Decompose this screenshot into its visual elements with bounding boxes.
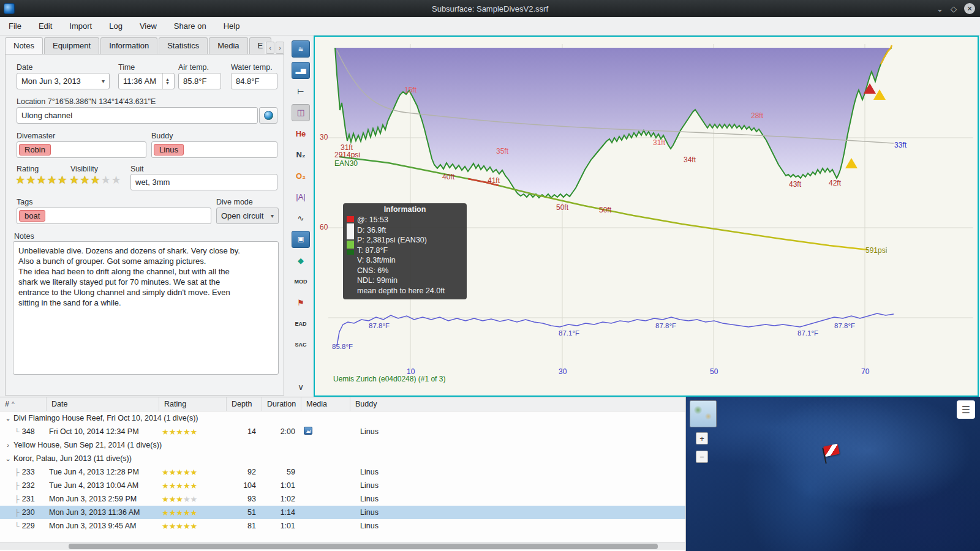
spin-down-icon[interactable]: ▼ [165,81,170,85]
dive-computer-source: Uemis Zurich (e04d0248) (#1 of 3) [333,375,445,383]
dive-list: #^ Date Rating Depth Duration Media Budd… [0,397,686,551]
dive-row[interactable]: └229 Mon Jun 3, 2013 9:45 AM ★★★★★ 81 1:… [0,519,685,533]
dive-flag-icon [823,444,840,457]
col-date[interactable]: Date [47,397,159,411]
zoom-out-button[interactable]: − [696,451,708,463]
temp-label: 85.8°F [332,343,353,350]
air-temp-field[interactable]: 85.8°F [178,73,221,89]
dive-site-map[interactable]: + − ☰ [686,397,980,551]
tooltip-row: NDL: 99min [357,276,445,286]
time-stepper[interactable]: 11:36 AM ▲ ▼ [118,73,175,89]
expand-chevron-icon[interactable]: ⌄ [4,455,12,463]
buddy-tag[interactable]: Linus [154,144,184,156]
trip-row[interactable]: ⌄ Koror, Palau, Jun 2013 (11 dive(s)) [0,452,685,465]
sensor-icon[interactable]: ⚑ [292,294,310,311]
tree-branch: └ [15,428,20,435]
dive-row[interactable]: ├231 Mon Jun 3, 2013 2:59 PM ★★★★★ 93 1:… [0,492,685,506]
sac-icon[interactable]: SAC [292,336,310,353]
col-buddy[interactable]: Buddy [350,397,685,411]
tab-scroll-left-icon[interactable]: ‹ [266,42,274,54]
dive-duration: 59 [262,468,301,476]
maximize-icon[interactable]: ◇ [951,5,957,13]
dive-row[interactable]: ├233 Tue Jun 4, 2013 12:28 PM ★★★★★ 92 5… [0,465,685,479]
depth-graph-icon[interactable]: ▂▅ [292,62,310,79]
tab-information[interactable]: Information [100,37,157,54]
menu-help[interactable]: Help [224,21,240,31]
titlebar: Subsurface: SampleDivesV2.ssrf ⌄ ◇ ✕ [0,0,980,17]
tree-branch: ├ [15,509,20,516]
dive-number: 229 [22,522,35,530]
divemaster-input[interactable]: Robin [17,141,146,158]
divemaster-tag[interactable]: Robin [19,144,51,156]
dive-mode-select[interactable]: Open circuit ▾ [216,208,279,224]
photos-icon[interactable]: ▣ [292,231,310,248]
zoom-in-button[interactable]: + [696,432,708,444]
col-depth[interactable]: Depth [227,397,262,411]
trip-row[interactable]: › Yellow House, Sun Sep 21, 2014 (1 dive… [0,438,685,452]
n2-graph-icon[interactable]: N₂ [292,146,310,163]
menu-file[interactable]: File [9,21,21,31]
x-tick-30: 30 [559,367,567,376]
mod-icon[interactable]: MOD [292,273,310,290]
o2-graph-icon[interactable]: O₂ [292,167,310,184]
horizontal-scrollbar[interactable] [0,542,685,550]
expand-chevron-icon[interactable]: › [4,441,12,449]
heartrate-icon[interactable]: ∿ [292,209,310,227]
menu-share-on[interactable]: Share on [174,21,206,31]
dive-date: Mon Jun 3, 2013 9:45 AM [47,522,159,530]
menu-log[interactable]: Log [109,21,123,31]
tag-boat[interactable]: boat [19,210,45,222]
tab-scroll-right-icon[interactable]: › [276,42,284,54]
ceiling-icon[interactable]: ◫ [292,104,310,121]
col-number[interactable]: #^ [0,397,47,411]
ruler-icon[interactable]: ⊢ [292,83,310,100]
suit-input[interactable]: wet, 3mm [130,174,277,190]
dive-computer-icon[interactable]: ≋ [292,40,310,58]
gas-icon[interactable]: ◆ [292,252,310,269]
map-menu-icon[interactable]: ☰ [957,400,975,419]
tags-input[interactable]: boat [17,208,211,224]
dive-row-selected[interactable]: ├230 Mon Jun 3, 2013 11:36 AM ★★★★★ 51 1… [0,506,685,519]
buddy-input[interactable]: Linus [151,141,277,158]
menu-edit[interactable]: Edit [39,21,52,31]
col-rating[interactable]: Rating [159,397,227,411]
trip-row[interactable]: ⌄ Divi Flamingo House Reef, Fri Oct 10, … [0,411,685,425]
air-temp-label: Air temp. [178,63,209,72]
depth-annotation: 34ft [684,156,696,164]
tree-branch: ├ [15,468,20,476]
dive-row[interactable]: ├232 Tue Jun 4, 2013 10:04 AM ★★★★★ 104 … [0,479,685,492]
rating-stars[interactable]: ★★★★★ [15,173,68,187]
toolbar-collapse-icon[interactable]: ∨ [298,382,304,392]
water-temp-field[interactable]: 84.8°F [231,73,277,89]
location-globe-button[interactable] [259,107,277,124]
date-select[interactable]: Mon Jun 3, 2013 ▾ [17,73,110,89]
dive-profile-chart[interactable]: 30 60 10 30 50 70 31ft 15ft 40ft 35ft 41… [314,36,979,397]
tab-equipment[interactable]: Equipment [44,37,99,54]
close-icon[interactable]: ✕ [964,3,975,14]
expand-chevron-icon[interactable]: ⌄ [4,414,12,422]
setpoint-icon[interactable]: |A| [292,189,310,206]
dive-row[interactable]: └348 Fri Oct 10, 2014 12:34 PM ★★★★★ 14 … [0,425,685,438]
dive-number: 231 [22,495,35,503]
menu-import[interactable]: Import [69,21,92,31]
menu-view[interactable]: View [140,21,157,31]
minimize-icon[interactable]: ⌄ [937,5,943,13]
visibility-stars[interactable]: ★★★★★ [69,173,122,187]
tooltip-row: CNS: 6% [357,266,445,276]
dive-media [301,427,350,437]
he-graph-icon[interactable]: He [292,125,310,142]
col-media[interactable]: Media [301,397,350,411]
ead-icon[interactable]: EAD [292,315,310,332]
tab-statistics[interactable]: Statistics [159,37,208,54]
depth-annotation: 40ft [442,173,454,181]
dive-duration: 1:02 [262,495,301,503]
tab-media[interactable]: Media [209,37,247,54]
trip-label: Divi Flamingo House Reef, Fri Oct 10, 20… [13,414,198,422]
location-input[interactable]: Ulong channel [17,107,258,124]
media-icon[interactable] [304,427,312,435]
notes-textarea[interactable]: Unbelievable dive. Dozens and dozens of … [13,241,279,375]
col-duration[interactable]: Duration [262,397,301,411]
tab-notes[interactable]: Notes [5,37,43,54]
scrollbar-thumb[interactable] [69,544,658,549]
map-overview-inset[interactable] [690,400,717,427]
